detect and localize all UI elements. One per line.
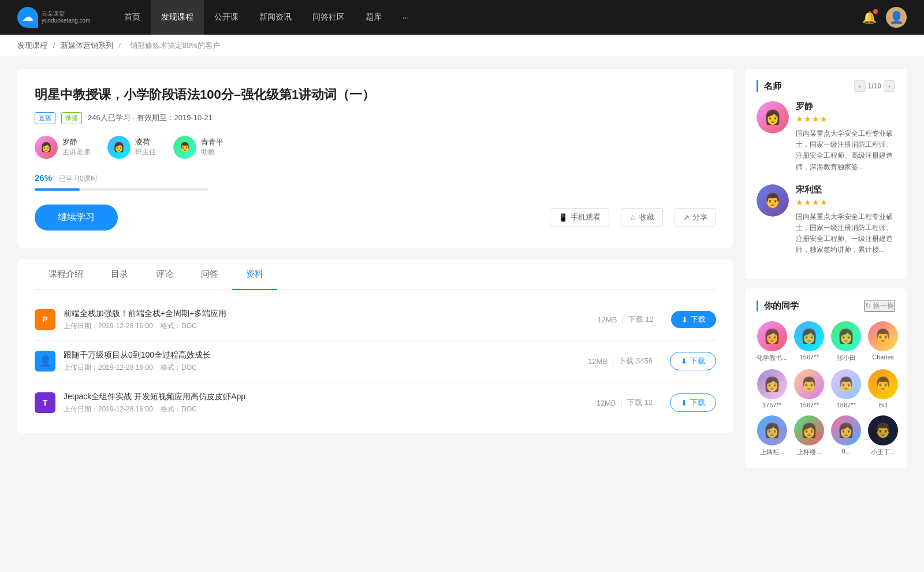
continue-button[interactable]: 继续学习 <box>35 205 118 231</box>
classmate-avatar-7[interactable]: 👨 <box>868 369 898 399</box>
classmate-avatar-6[interactable]: 👨 <box>831 369 861 399</box>
teacher-role-1: 班主任 <box>135 147 156 157</box>
resource-item: P 前端全栈加强版！前端全栈+全周期+多端应用 上传日期：2019-12-28 … <box>35 299 716 341</box>
breadcrumb-link-series[interactable]: 新媒体营销系列 <box>61 41 113 50</box>
teacher-card-avatar-0: 👩 <box>757 101 789 133</box>
teachers-list: 👩 罗静 主讲老师 👩 凌荷 班主任 <box>35 136 716 159</box>
classmates-title: 你的同学 <box>757 300 799 311</box>
teacher-card-1: 👨 宋利坚 ★★★★ 国内某重点大学安全工程专业硕士，国家一级注册消防工程师、注… <box>757 184 895 256</box>
download-icon: ⬇ <box>681 315 688 324</box>
tab-review[interactable]: 评论 <box>142 259 187 290</box>
download-button-1[interactable]: ⬇ 下载 <box>670 352 716 370</box>
resource-icon-2: T <box>35 392 55 413</box>
resource-item: T Jetpack全组件实战 开发短视频应用高仿皮皮虾App 上传日期：2019… <box>35 382 716 424</box>
badge-record: 录播 <box>61 112 82 124</box>
tab-qa[interactable]: 问答 <box>187 259 232 290</box>
teacher-card-name-1: 宋利坚 <box>796 184 895 195</box>
refresh-icon: ↻ <box>865 302 871 310</box>
logo[interactable]: ☁ 云朵课堂 yunduoketang.com <box>17 7 91 28</box>
download-icon: ⬇ <box>681 357 687 366</box>
progress-bar-fill <box>35 188 80 191</box>
course-actions: 继续学习 📱 手机观看 ☆ 收藏 ↗ 分享 <box>35 205 716 231</box>
teacher-name-0: 罗静 <box>62 137 90 147</box>
nav-item-public[interactable]: 公开课 <box>204 0 249 35</box>
classmate-avatar-3[interactable]: 👨 <box>868 321 898 351</box>
logo-text: 云朵课堂 yunduoketang.com <box>42 10 91 24</box>
classmate-item-11: 👨 小王丁... <box>868 415 898 456</box>
tab-intro[interactable]: 课程介绍 <box>35 259 97 290</box>
classmate-avatar-10[interactable]: 👩 <box>831 415 861 445</box>
classmate-avatar-11[interactable]: 👨 <box>868 415 898 445</box>
tabs-nav: 课程介绍 目录 评论 问答 资料 <box>35 259 716 290</box>
collect-button[interactable]: ☆ 收藏 <box>621 208 663 226</box>
nav-item-home[interactable]: 首页 <box>114 0 151 35</box>
breadcrumb-link-discover[interactable]: 发现课程 <box>17 41 47 50</box>
share-button[interactable]: ↗ 分享 <box>675 208 716 226</box>
nav-items: 首页 发现课程 公开课 新闻资讯 问答社区 题库 ··· <box>114 0 862 35</box>
teacher-stars-0: ★★★★ <box>796 114 895 124</box>
page-next-button[interactable]: › <box>884 80 895 92</box>
nav-item-exam[interactable]: 题库 <box>355 0 392 35</box>
teacher-item-0: 👩 罗静 主讲老师 <box>35 136 90 159</box>
classmate-name-3: Charles <box>868 354 898 361</box>
teacher-card-desc-0: 国内某重点大学安全工程专业硕士，国家一级注册消防工程师、注册安全工程师、高级注册… <box>796 128 895 173</box>
action-buttons: 📱 手机观看 ☆ 收藏 ↗ 分享 <box>550 208 716 226</box>
logo-icon: ☁ <box>17 7 38 28</box>
teacher-avatar-2: 👨 <box>173 136 196 159</box>
nav-item-discover[interactable]: 发现课程 <box>151 0 204 35</box>
nav-item-more[interactable]: ··· <box>392 0 420 35</box>
classmate-item-7: 👨 Bill <box>868 369 898 408</box>
resource-meta-0: 上传日期：2019-12-28 16:00 格式：DOC <box>64 321 590 331</box>
bell-button[interactable]: 🔔 <box>862 10 877 24</box>
teacher-card-name-0: 罗静 <box>796 101 895 112</box>
content-area: 明星中教授课，小学阶段语法100分–强化级第1讲动词（一） 直播 录播 246人… <box>17 69 733 477</box>
refresh-classmates-button[interactable]: ↻ 换一换 <box>864 300 895 312</box>
course-header-card: 明星中教授课，小学阶段语法100分–强化级第1讲动词（一） 直播 录播 246人… <box>17 69 733 248</box>
course-title: 明星中教授课，小学阶段语法100分–强化级第1讲动词（一） <box>35 86 716 104</box>
nav-item-news[interactable]: 新闻资讯 <box>249 0 302 35</box>
classmate-avatar-5[interactable]: 👨 <box>794 369 824 399</box>
download-button-2[interactable]: ⬇ 下载 <box>670 393 716 412</box>
classmate-item-1: 👩 1567** <box>794 321 824 362</box>
breadcrumb: 发现课程 / 新媒体营销系列 / 销冠修炼术搞定80%的客户 <box>0 35 924 57</box>
download-button-0[interactable]: ⬇ 下载 <box>671 311 716 328</box>
resource-icon-0: P <box>35 309 55 330</box>
page-prev-button[interactable]: ‹ <box>854 80 866 92</box>
classmate-avatar-2[interactable]: 👩 <box>831 321 861 351</box>
sidebar: 名师 ‹ 1/10 › 👩 罗静 ★★★★ 国内某重点大学安全工程专业硕士， <box>745 69 907 477</box>
nav-right: 🔔 👤 <box>862 7 907 28</box>
main-container: 明星中教授课，小学阶段语法100分–强化级第1讲动词（一） 直播 录播 246人… <box>0 57 924 489</box>
teacher-card-0: 👩 罗静 ★★★★ 国内某重点大学安全工程专业硕士，国家一级注册消防工程师、注册… <box>757 101 895 173</box>
classmate-name-9: 上杯楼... <box>794 448 824 456</box>
resource-info-1: 跟随千万级项目从0到100全过程高效成长 上传日期：2019-12-28 16:… <box>64 350 580 373</box>
nav-item-qa[interactable]: 问答社区 <box>302 0 355 35</box>
teacher-avatar-0: 👩 <box>35 136 58 159</box>
classmate-name-1: 1567** <box>794 354 824 361</box>
tab-catalog[interactable]: 目录 <box>97 259 142 290</box>
badge-live: 直播 <box>35 112 55 124</box>
classmate-name-6: 1867** <box>831 402 861 408</box>
classmate-avatar-0[interactable]: 👩 <box>757 321 787 351</box>
phone-watch-button[interactable]: 📱 手机观看 <box>550 208 609 226</box>
teacher-name-1: 凌荷 <box>135 137 156 147</box>
teacher-name-2: 青青平 <box>201 137 223 147</box>
classmate-avatar-8[interactable]: 👩 <box>757 415 787 445</box>
classmate-item-10: 👩 0... <box>831 415 861 456</box>
classmate-avatar-4[interactable]: 👩 <box>757 369 787 399</box>
teachers-panel: 名师 ‹ 1/10 › 👩 罗静 ★★★★ 国内某重点大学安全工程专业硕士， <box>745 69 907 279</box>
teacher-card-avatar-1: 👨 <box>757 184 789 217</box>
classmate-avatar-9[interactable]: 👩 <box>794 415 824 445</box>
progress-sub: 已学习0课时 <box>59 174 98 183</box>
tabs-card: 课程介绍 目录 评论 问答 资料 P 前端全栈加强版！前端全栈+全周期+多端应用… <box>17 259 733 433</box>
classmate-item-5: 👨 1567** <box>794 369 824 408</box>
classmate-avatar-1[interactable]: 👩 <box>794 321 824 351</box>
classmate-name-5: 1567** <box>794 402 824 408</box>
teacher-item-2: 👨 青青平 助教 <box>173 136 223 159</box>
course-meta: 直播 录播 246人已学习 · 有效期至：2019-10-21 <box>35 112 716 124</box>
user-avatar-nav[interactable]: 👤 <box>886 7 907 28</box>
resource-name-1: 跟随千万级项目从0到100全过程高效成长 <box>64 350 580 361</box>
download-icon: ⬇ <box>681 399 687 407</box>
tab-resource[interactable]: 资料 <box>232 259 277 290</box>
teacher-item-1: 👩 凌荷 班主任 <box>107 136 156 159</box>
resource-name-2: Jetpack全组件实战 开发短视频应用高仿皮皮虾App <box>64 392 588 402</box>
